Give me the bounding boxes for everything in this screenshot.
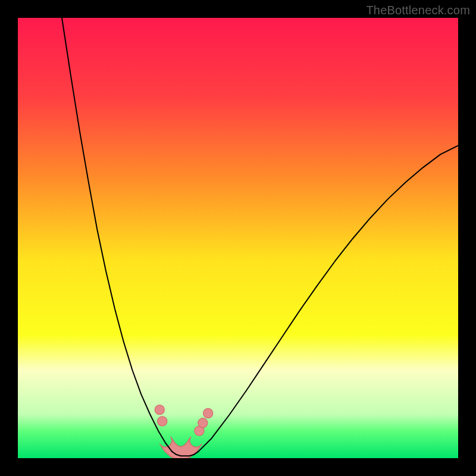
bottleneck-chart	[18, 18, 458, 458]
dip-markers-1	[158, 416, 167, 426]
dip-markers-4	[203, 409, 213, 418]
chart-frame: TheBottleneck.com	[0, 0, 476, 476]
dip-markers-3	[198, 418, 208, 428]
dip-markers-0	[155, 405, 164, 415]
chart-svg	[18, 18, 458, 458]
watermark: TheBottleneck.com	[366, 4, 470, 17]
chart-background	[18, 18, 458, 458]
